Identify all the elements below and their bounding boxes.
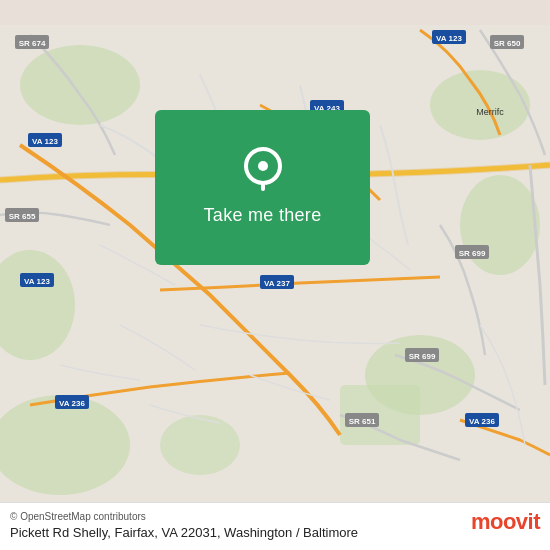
svg-text:SR 699: SR 699	[459, 249, 486, 258]
svg-text:SR 655: SR 655	[9, 212, 36, 221]
svg-text:VA 123: VA 123	[436, 34, 462, 43]
svg-point-1	[20, 45, 140, 125]
location-pin-icon	[244, 147, 282, 191]
osm-credit-text: © OpenStreetMap contributors	[10, 511, 146, 522]
map-background: I 66 VA 123 VA 123 SR 674 SR 655 VA 243 …	[0, 0, 550, 550]
svg-point-7	[160, 415, 240, 475]
svg-text:Merrifc: Merrifc	[476, 107, 504, 117]
svg-point-2	[430, 70, 530, 140]
svg-text:VA 123: VA 123	[24, 277, 50, 286]
svg-text:VA 236: VA 236	[59, 399, 85, 408]
address-text: Pickett Rd Shelly, Fairfax, VA 22031, Wa…	[10, 524, 470, 542]
take-me-there-button[interactable]: Take me there	[194, 203, 332, 228]
svg-text:VA 237: VA 237	[264, 279, 290, 288]
bottom-bar: © OpenStreetMap contributors Pickett Rd …	[0, 502, 550, 550]
svg-text:VA 236: VA 236	[469, 417, 495, 426]
svg-text:SR 651: SR 651	[349, 417, 376, 426]
svg-text:SR 650: SR 650	[494, 39, 521, 48]
svg-point-4	[460, 175, 540, 275]
osm-credit: © OpenStreetMap contributors	[10, 511, 470, 522]
svg-text:SR 674: SR 674	[19, 39, 46, 48]
moovit-logo-text: moovit	[471, 511, 540, 533]
green-panel: Take me there	[155, 110, 370, 265]
svg-text:SR 699: SR 699	[409, 352, 436, 361]
moovit-logo: moovit	[470, 511, 540, 533]
map-container: I 66 VA 123 VA 123 SR 674 SR 655 VA 243 …	[0, 0, 550, 550]
svg-text:VA 123: VA 123	[32, 137, 58, 146]
address-info: © OpenStreetMap contributors Pickett Rd …	[10, 511, 470, 542]
